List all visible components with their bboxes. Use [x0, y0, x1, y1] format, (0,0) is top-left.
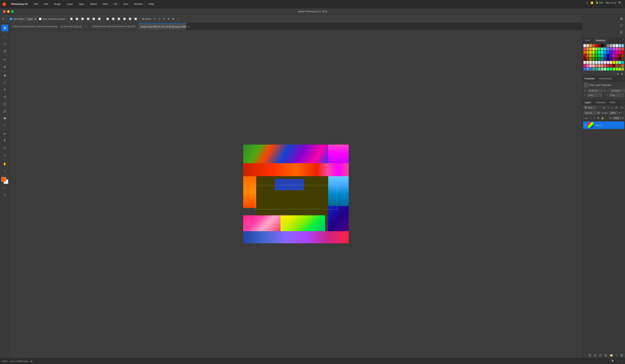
swatch[interactable]: [598, 51, 601, 54]
swatch[interactable]: [619, 64, 621, 67]
swatch[interactable]: [595, 54, 598, 57]
lock-all-btn[interactable]: 🔒: [601, 117, 604, 120]
swatch[interactable]: [595, 61, 598, 64]
align-bottom-button[interactable]: ⬜: [80, 17, 85, 21]
text-tool[interactable]: T: [1, 137, 8, 144]
3d-mode-slide[interactable]: ⊞: [167, 17, 170, 21]
swatch[interactable]: [589, 54, 592, 57]
brush-tool[interactable]: ╱: [1, 79, 8, 86]
tab-channels[interactable]: Channels: [594, 100, 607, 105]
swatch[interactable]: [616, 48, 618, 51]
layer-delete-btn[interactable]: 🗑: [619, 353, 624, 357]
menu-window[interactable]: Window: [133, 2, 144, 6]
3d-mode-roll[interactable]: ⊙: [157, 17, 161, 21]
swatch[interactable]: [607, 54, 609, 57]
rp-3d-icon[interactable]: ⬡: [618, 22, 624, 28]
close-button[interactable]: [3, 10, 6, 13]
swatch[interactable]: [613, 44, 615, 47]
move-tool-button[interactable]: ✥: [1, 17, 5, 21]
move-tool[interactable]: ✥: [1, 25, 8, 31]
menu-layer[interactable]: Layer: [65, 2, 74, 6]
path-selection-tool[interactable]: ▷: [1, 145, 8, 151]
auto-select-checkbox[interactable]: [10, 18, 12, 20]
show-transform-controls-checkbox[interactable]: [39, 18, 41, 20]
swatch[interactable]: [621, 61, 624, 64]
pen-tool[interactable]: ✒: [1, 130, 8, 137]
swatch[interactable]: [616, 54, 618, 57]
swatch[interactable]: [586, 48, 589, 51]
shape-tool[interactable]: ▱: [1, 152, 8, 158]
camera-button[interactable]: 🎥: [176, 17, 181, 21]
history-brush-tool[interactable]: ↺: [1, 93, 8, 100]
swatch[interactable]: [621, 48, 624, 51]
swatch[interactable]: [586, 58, 589, 61]
swatch[interactable]: [592, 54, 595, 57]
swatch[interactable]: [592, 48, 595, 51]
swatch[interactable]: [589, 58, 592, 61]
swatch[interactable]: [586, 68, 589, 71]
swatch[interactable]: [621, 68, 624, 71]
menu-select[interactable]: Select: [89, 2, 98, 6]
swatch[interactable]: [592, 68, 595, 71]
swatch[interactable]: [610, 58, 612, 61]
swatch[interactable]: [619, 44, 621, 47]
3d-mode-pan[interactable]: ⊕: [162, 17, 166, 21]
swatch[interactable]: [595, 48, 598, 51]
swatch[interactable]: [592, 61, 595, 64]
swatch[interactable]: [610, 68, 612, 71]
swatch-action-btn-1[interactable]: ⊟: [616, 72, 620, 76]
distribute-left-button[interactable]: ⬜: [122, 17, 127, 21]
foreground-color[interactable]: [1, 177, 6, 182]
lasso-tool[interactable]: ⌾: [1, 40, 8, 47]
swatch[interactable]: [616, 58, 618, 61]
tabs-more-button[interactable]: »: [187, 23, 191, 30]
swatch[interactable]: [598, 64, 601, 67]
swatch[interactable]: [616, 68, 618, 71]
align-top-button[interactable]: ⬜: [69, 17, 74, 21]
align-left-button[interactable]: ⬜: [86, 17, 90, 21]
swatch[interactable]: [586, 51, 589, 54]
swatch[interactable]: [610, 54, 612, 57]
swatch[interactable]: [621, 54, 624, 57]
layer-new-btn[interactable]: +: [615, 353, 618, 357]
eyedropper-tool[interactable]: ⊘: [1, 63, 8, 70]
x-input[interactable]: [587, 93, 602, 97]
swatch[interactable]: [598, 68, 601, 71]
more-tools-button[interactable]: •••: [1, 184, 8, 191]
swatch[interactable]: [589, 68, 592, 71]
swatch[interactable]: [616, 61, 618, 64]
tab-color[interactable]: Color: [582, 38, 593, 43]
swatch[interactable]: [601, 68, 604, 71]
swatch[interactable]: [595, 64, 598, 67]
3d-mode-scale[interactable]: ⊠: [171, 17, 175, 21]
layer-style-btn[interactable]: ⊕: [593, 353, 597, 357]
dodge-tool[interactable]: ○: [1, 122, 8, 128]
lock-transparent-btn[interactable]: ⬚: [589, 117, 592, 120]
swatch[interactable]: [613, 51, 615, 54]
search-menu-icon[interactable]: 🔍: [619, 1, 621, 4]
menu-edit[interactable]: Edit: [43, 2, 49, 6]
swatch[interactable]: [613, 64, 615, 67]
swatch[interactable]: [592, 58, 595, 61]
swatch[interactable]: [604, 68, 606, 71]
swatch[interactable]: [619, 51, 621, 54]
swatch[interactable]: [586, 64, 589, 67]
rp-libraries-icon[interactable]: ☷: [618, 29, 624, 35]
swatch[interactable]: [610, 44, 612, 47]
menu-file[interactable]: File: [33, 2, 39, 6]
swatch[interactable]: [621, 51, 624, 54]
opacity-input[interactable]: [609, 111, 618, 115]
swatch[interactable]: [601, 51, 604, 54]
swatch[interactable]: [604, 58, 606, 61]
swatch[interactable]: [583, 48, 586, 51]
swatch[interactable]: [619, 54, 621, 57]
layer-filter-smart-btn[interactable]: ⊞: [615, 106, 618, 109]
swatch[interactable]: [601, 54, 604, 57]
swatch[interactable]: [607, 64, 609, 67]
layer-filter-pixel-btn[interactable]: ⬛: [597, 106, 602, 109]
tab-1[interactable]: pyramid logo-02.jpg @... ✕: [58, 23, 90, 30]
status-search-btn[interactable]: 🔍: [611, 360, 615, 363]
swatch[interactable]: [621, 44, 624, 47]
status-bar-arrow[interactable]: ▶: [31, 360, 32, 362]
tab-2[interactable]: 2b89bdf6-5499-487d-8ad8-00db54e734bd.JPG…: [90, 23, 138, 30]
